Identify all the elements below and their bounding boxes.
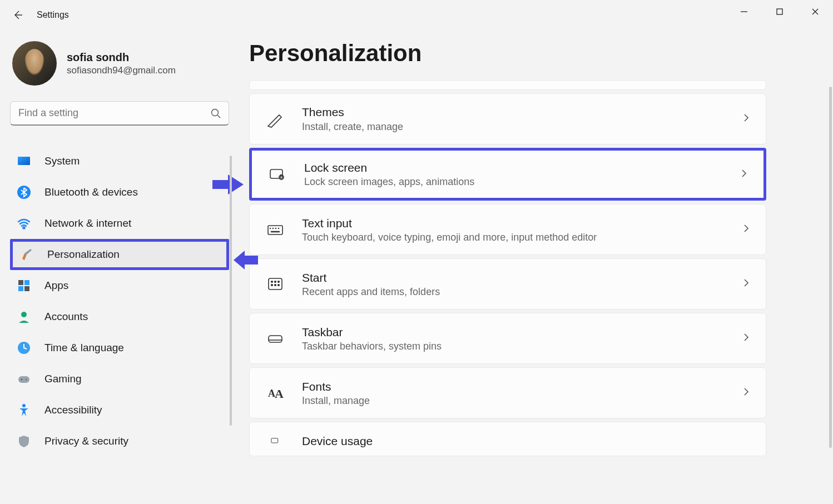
sidebar-item-accounts[interactable]: Accounts xyxy=(10,301,229,332)
sidebar-item-label: System xyxy=(44,155,80,167)
svg-rect-1 xyxy=(777,9,782,14)
card-sub: Touch keyboard, voice typing, emoji and … xyxy=(302,232,741,243)
annotation-arrow-left xyxy=(232,249,259,273)
card-start[interactable]: Start Recent apps and items, folders xyxy=(249,258,766,310)
sidebar-item-privacy[interactable]: Privacy & security xyxy=(10,426,229,457)
svg-rect-16 xyxy=(18,376,29,383)
sidebar-item-network[interactable]: Network & internet xyxy=(10,208,229,239)
accessibility-icon xyxy=(16,402,32,418)
sidebar-item-system[interactable]: System xyxy=(10,146,229,177)
sidebar-item-label: Privacy & security xyxy=(44,435,128,447)
sidebar-item-label: Accounts xyxy=(44,311,88,323)
fonts-icon: AA xyxy=(264,382,286,404)
sidebar-item-label: Accessibility xyxy=(44,404,102,416)
gamepad-icon xyxy=(16,371,32,387)
sidebar-item-label: Gaming xyxy=(44,373,82,385)
card-title: Fonts xyxy=(302,380,741,394)
sidebar-item-personalization[interactable]: Personalization xyxy=(10,239,229,270)
sidebar-item-label: Bluetooth & devices xyxy=(44,186,138,198)
maximize-button[interactable] xyxy=(762,0,797,23)
back-button[interactable] xyxy=(7,4,29,26)
svg-point-31 xyxy=(275,281,276,283)
lock-screen-icon xyxy=(266,163,289,186)
card-sub: Install, manage xyxy=(302,395,741,407)
maximize-icon xyxy=(776,8,784,16)
card-taskbar[interactable]: Taskbar Taskbar behaviors, system pins xyxy=(249,313,766,364)
sidebar-item-time-language[interactable]: Time & language xyxy=(10,332,229,363)
wifi-icon xyxy=(16,215,32,232)
arrow-left-icon xyxy=(12,9,23,21)
keyboard-icon xyxy=(264,218,286,241)
chevron-right-icon xyxy=(741,278,751,290)
minimize-icon xyxy=(740,8,748,16)
search-icon xyxy=(210,108,221,121)
svg-rect-11 xyxy=(24,280,29,285)
chevron-right-icon xyxy=(739,168,749,181)
card-previous-peek[interactable] xyxy=(249,80,766,90)
sidebar-nav: System Bluetooth & devices Network & int… xyxy=(10,146,229,457)
svg-point-9 xyxy=(23,227,25,229)
sidebar-item-label: Time & language xyxy=(44,342,124,354)
minimize-button[interactable] xyxy=(726,0,762,23)
svg-point-14 xyxy=(21,312,27,317)
card-lock-screen[interactable]: Lock screen Lock screen images, apps, an… xyxy=(249,148,766,201)
svg-point-35 xyxy=(278,285,280,286)
card-title: Taskbar xyxy=(302,325,741,340)
profile-text: sofia sondh sofiasondh94@gmail.com xyxy=(67,51,176,76)
sidebar-item-bluetooth[interactable]: Bluetooth & devices xyxy=(10,177,229,208)
sidebar-item-label: Network & internet xyxy=(44,217,131,229)
chevron-right-icon xyxy=(741,387,751,399)
clock-globe-icon xyxy=(16,340,32,356)
card-themes[interactable]: Themes Install, create, manage xyxy=(249,93,766,144)
bluetooth-icon xyxy=(16,184,32,201)
device-usage-icon xyxy=(264,430,286,452)
app-title: Settings xyxy=(37,10,69,20)
sidebar-item-gaming[interactable]: Gaming xyxy=(10,363,229,395)
taskbar-icon xyxy=(264,327,286,350)
annotation-arrow-right xyxy=(211,172,245,199)
card-sub: Taskbar behaviors, system pins xyxy=(302,341,741,352)
svg-rect-7 xyxy=(18,157,30,165)
chevron-right-icon xyxy=(741,332,751,345)
card-sub: Lock screen images, apps, animations xyxy=(304,176,739,188)
card-sub: Recent apps and items, folders xyxy=(302,286,741,298)
card-fonts[interactable]: AA Fonts Install, manage xyxy=(249,367,766,418)
close-button[interactable] xyxy=(797,0,833,23)
profile-name: sofia sondh xyxy=(67,51,176,64)
content-area: Personalization Themes Install, create, … xyxy=(239,30,833,504)
svg-point-19 xyxy=(22,404,26,407)
svg-point-32 xyxy=(278,281,280,283)
svg-rect-23 xyxy=(268,226,282,234)
sidebar-scrollbar[interactable] xyxy=(230,156,232,426)
close-icon xyxy=(811,8,819,16)
card-sub: Install, create, manage xyxy=(302,121,741,133)
card-title: Text input xyxy=(302,216,741,231)
svg-rect-13 xyxy=(24,286,29,291)
card-title: Themes xyxy=(302,105,741,119)
card-title: Device usage xyxy=(302,434,751,448)
card-text-input[interactable]: Text input Touch keyboard, voice typing,… xyxy=(249,204,766,255)
svg-rect-10 xyxy=(18,280,23,285)
svg-point-30 xyxy=(271,281,273,283)
svg-point-17 xyxy=(21,379,23,381)
titlebar: Settings xyxy=(0,0,833,30)
scrollbar[interactable] xyxy=(829,87,832,448)
chevron-right-icon xyxy=(741,223,751,236)
search-input[interactable] xyxy=(10,101,229,126)
window-controls xyxy=(726,0,833,23)
search-wrap xyxy=(10,101,229,126)
sidebar: sofia sondh sofiasondh94@gmail.com Syste… xyxy=(0,30,239,504)
svg-line-5 xyxy=(218,116,221,118)
svg-rect-36 xyxy=(269,336,282,342)
shield-icon xyxy=(16,433,32,450)
card-device-usage[interactable]: Device usage xyxy=(249,422,766,456)
svg-rect-12 xyxy=(18,286,23,291)
sidebar-item-apps[interactable]: Apps xyxy=(10,270,229,301)
svg-text:A: A xyxy=(275,387,284,401)
avatar xyxy=(12,41,57,86)
sidebar-item-accessibility[interactable]: Accessibility xyxy=(10,395,229,426)
svg-point-33 xyxy=(271,285,273,286)
svg-rect-40 xyxy=(271,438,278,443)
profile-block[interactable]: sofia sondh sofiasondh94@gmail.com xyxy=(10,41,229,86)
sidebar-item-label: Apps xyxy=(44,280,68,292)
